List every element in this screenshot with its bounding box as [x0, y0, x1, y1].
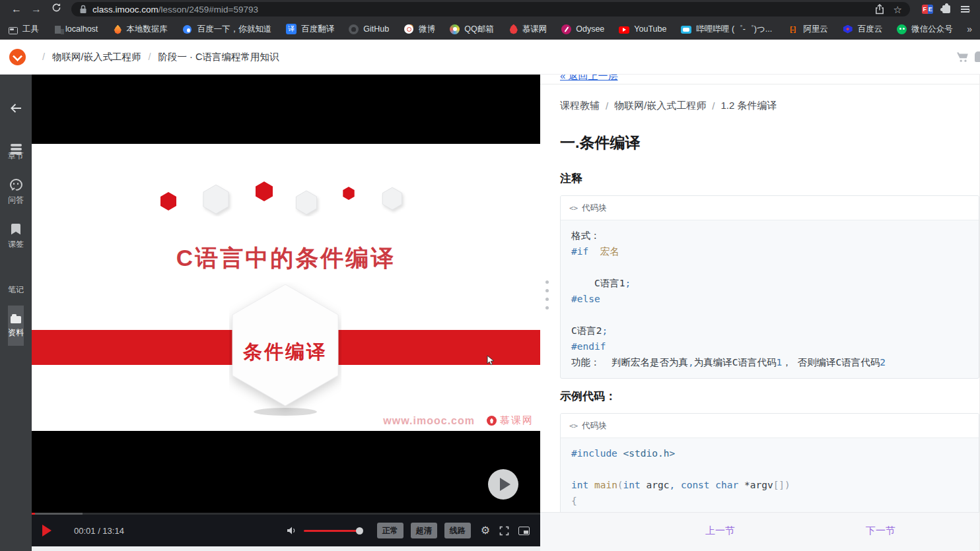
breadcrumb-separator: /: [149, 51, 151, 62]
wechat-icon: [897, 24, 907, 34]
share-icon[interactable]: [875, 4, 884, 15]
code-line: {: [571, 493, 968, 509]
bookmark-building[interactable]: localhost: [53, 24, 98, 34]
volume-icon[interactable]: [287, 526, 297, 535]
url-path: /lesson/2459#mid=59793: [158, 5, 258, 15]
watermark-url: www.imooc.com: [383, 415, 475, 427]
address-bar[interactable]: class.imooc.com/lesson/2459#mid=59793 ☆: [71, 2, 910, 16]
breadcrumb-item[interactable]: 1.2 条件编译: [721, 100, 777, 112]
bookmarks-bar: 工具localhost本地数据库百度一下，你就知道百度翻译GitHub微博QQ邮…: [0, 18, 980, 40]
breadcrumb-separator: /: [42, 51, 45, 62]
bookmark-github[interactable]: GitHub: [349, 24, 389, 34]
code-block-label: 代码块: [582, 420, 607, 432]
bookmark-aliyun[interactable]: 阿里云: [787, 24, 828, 35]
extensions-puzzle-icon[interactable]: [942, 5, 950, 13]
back-button[interactable]: ←: [7, 0, 26, 18]
main-area: 章节问答课签笔记资料 C语言中的条件编译: [0, 75, 980, 551]
bookmark-odysee[interactable]: Odysee: [561, 24, 604, 34]
bookmark-youtube[interactable]: YouTube: [619, 24, 666, 34]
bookmark-label: 微博: [419, 24, 435, 35]
volume-slider[interactable]: [304, 530, 362, 532]
bookmark-label: QQ邮箱: [464, 24, 493, 35]
bookmark-baidu[interactable]: 百度一下，你就知道: [182, 24, 272, 35]
header-actions: [955, 49, 971, 64]
bookmark-label: 哔哩哔哩 (゜-゜)つ...: [696, 24, 772, 35]
breadcrumb-item[interactable]: 阶段一 · C语言编程常用知识: [158, 51, 279, 63]
code-line: 格式：: [571, 228, 968, 243]
flame-orange-icon: [114, 25, 122, 34]
big-play-button[interactable]: [488, 469, 518, 500]
player-option-button[interactable]: 线路: [444, 523, 471, 538]
sidebar-item-label: 问答: [8, 195, 24, 206]
cart-icon[interactable]: [955, 49, 971, 64]
watermark-brand: 慕课网: [487, 414, 534, 427]
fullscreen-icon: [499, 526, 509, 536]
sidebar-collapse-button[interactable]: [9, 102, 22, 117]
bookmark-label: localhost: [65, 24, 98, 34]
bookmark-label: GitHub: [363, 24, 389, 34]
reload-button[interactable]: [46, 0, 66, 18]
url-domain: class.imooc.com: [92, 5, 158, 15]
qa-icon: [10, 179, 22, 191]
bookmark-flame-orange[interactable]: 本地数据库: [112, 24, 168, 35]
panel-resizer-handle[interactable]: [544, 280, 549, 309]
weibo-icon: [404, 24, 413, 34]
pip-button[interactable]: [518, 527, 530, 535]
course-sidebar: 章节问答课签笔记资料: [0, 75, 32, 551]
github-icon: [349, 24, 359, 34]
breadcrumb-item[interactable]: 课程教辅: [560, 100, 600, 112]
media-controls-icon[interactable]: [961, 6, 969, 7]
bookmarks-overflow-chevron[interactable]: »: [960, 24, 972, 34]
sidebar-item-notes[interactable]: 笔记: [8, 260, 24, 303]
lesson-nav-bar: 上一节 下一节: [540, 512, 979, 551]
fullscreen-button[interactable]: [499, 526, 509, 536]
bookmark-label: 微信公众号: [911, 24, 953, 35]
bookmark-folder[interactable]: 工具: [8, 24, 39, 35]
next-lesson-link[interactable]: 下一节: [866, 525, 895, 537]
sidebar-item-chapters[interactable]: 章节: [8, 135, 24, 169]
bookmark-translate[interactable]: 百度翻译: [286, 24, 334, 35]
play-button[interactable]: [42, 525, 52, 536]
sidebar-item-label: 章节: [8, 150, 24, 162]
breadcrumb-item[interactable]: 物联网/嵌入式工程师: [52, 51, 141, 63]
video-player[interactable]: C语言中的条件编译 条件编译 www.imooc.com 慕课网 00: [32, 75, 540, 551]
site-header: /物联网/嵌入式工程师/阶段一 · C语言编程常用知识: [0, 40, 980, 75]
sidebar-item-bookmark[interactable]: 课签: [8, 216, 24, 257]
clipped-header-icon[interactable]: [975, 51, 980, 62]
code-line: [571, 461, 968, 477]
forward-button[interactable]: →: [26, 0, 46, 18]
bookmark-star-icon[interactable]: ☆: [893, 5, 902, 15]
code-icon: <>: [569, 204, 578, 212]
player-option-button[interactable]: 超清: [411, 523, 437, 538]
sidebar-item-qa[interactable]: 问答: [8, 172, 24, 213]
sidebar-item-materials[interactable]: 资料: [8, 306, 24, 346]
fe-extension-icon[interactable]: FE: [922, 5, 933, 14]
translate-icon: [286, 24, 297, 34]
bookmark-baiduyun[interactable]: 百度云: [843, 24, 883, 35]
bookmark-imooc[interactable]: 慕课网: [508, 24, 547, 35]
breadcrumb-item[interactable]: 物联网/嵌入式工程师: [614, 100, 706, 112]
breadcrumb-separator: /: [712, 100, 715, 112]
video-slide: C语言中的条件编译 条件编译 www.imooc.com 慕课网: [32, 144, 540, 431]
code-line: C语言2;: [571, 323, 968, 339]
volume-knob[interactable]: [356, 527, 363, 535]
odysee-icon: [561, 24, 571, 34]
materials-icon: [11, 316, 21, 323]
settings-gear-icon[interactable]: ⚙: [481, 525, 490, 536]
bookmark-bilibili[interactable]: 哔哩哔哩 (゜-゜)つ...: [681, 24, 772, 35]
player-option-button[interactable]: 正常: [377, 523, 403, 538]
bookmark-label: 本地数据库: [126, 24, 168, 35]
prev-lesson-link[interactable]: 上一节: [705, 525, 735, 537]
code-block-2-body: #include <stdio.h> int main(int argc, co…: [561, 438, 979, 516]
chapters-icon: [11, 144, 22, 146]
sidebar-items: 章节问答课签笔记资料: [8, 133, 24, 346]
bookmark-weibo[interactable]: 微博: [403, 24, 435, 35]
back-to-parent-link[interactable]: « 返回上一层: [560, 75, 618, 82]
imooc-logo-icon[interactable]: [9, 49, 26, 65]
bookmark-label: 百度翻译: [301, 24, 334, 35]
time-display: 00:01 / 13:14: [74, 526, 124, 536]
bookmark-label: 慕课网: [522, 24, 547, 35]
bookmark-qqmail[interactable]: QQ邮箱: [450, 24, 493, 35]
panel-divider: [540, 84, 979, 84]
bookmark-wechat[interactable]: 微信公众号: [897, 24, 953, 35]
